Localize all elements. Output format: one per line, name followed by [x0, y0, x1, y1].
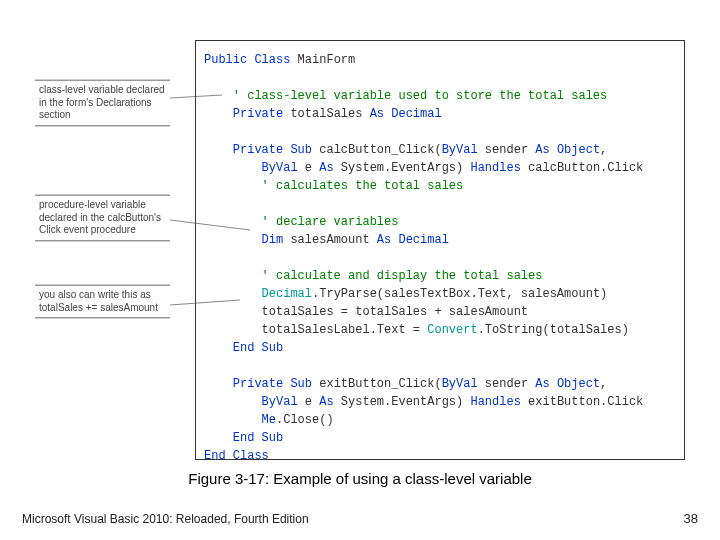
- code-token: exitButton.Click: [521, 395, 643, 409]
- code-token: calcButton.Click: [521, 161, 643, 175]
- code-token: Handles: [470, 395, 520, 409]
- code-token: Dim: [204, 233, 283, 247]
- code-token: System.EventArgs): [334, 161, 471, 175]
- code-token: As: [319, 395, 333, 409]
- code-token: ByVal: [442, 143, 478, 157]
- figure-caption: Figure 3-17: Example of using a class-le…: [0, 470, 720, 487]
- code-token: totalSales = totalSales + salesAmount: [204, 305, 528, 319]
- code-comment: ' declare variables: [204, 215, 398, 229]
- callout-procedure-level: procedure-level variable declared in the…: [35, 195, 170, 241]
- code-token: ByVal: [442, 377, 478, 391]
- code-token: ByVal: [204, 161, 298, 175]
- code-token: totalSalesLabel.Text =: [204, 323, 427, 337]
- code-token: End Sub: [204, 341, 283, 355]
- code-token: MainForm: [290, 53, 355, 67]
- callout-class-level: class-level variable declared in the for…: [35, 80, 170, 126]
- figure-container: class-level variable declared in the for…: [35, 40, 685, 460]
- code-token: .ToString(totalSales): [478, 323, 629, 337]
- code-token: salesAmount: [283, 233, 377, 247]
- code-token: totalSales: [283, 107, 369, 121]
- code-comment: ' calculates the total sales: [204, 179, 463, 193]
- code-token: ,: [600, 143, 607, 157]
- code-comment: ' class-level variable used to store the…: [204, 89, 607, 103]
- code-token: As Object: [535, 143, 600, 157]
- code-token: calcButton_Click(: [312, 143, 442, 157]
- code-token: Convert: [427, 323, 477, 337]
- code-token: Me: [204, 413, 276, 427]
- code-token: Decimal: [204, 287, 312, 301]
- code-token: ByVal: [204, 395, 298, 409]
- code-token: As: [319, 161, 333, 175]
- code-token: .Close(): [276, 413, 334, 427]
- code-token: e: [298, 161, 320, 175]
- code-token: As Decimal: [377, 233, 449, 247]
- code-token: End Class: [204, 449, 269, 463]
- code-token: e: [298, 395, 320, 409]
- code-token: End Sub: [204, 431, 283, 445]
- code-token: Public Class: [204, 53, 290, 67]
- code-token: sender: [478, 377, 536, 391]
- code-token: .TryParse(salesTextBox.Text, salesAmount…: [312, 287, 607, 301]
- code-token: ,: [600, 377, 607, 391]
- code-listing: Public Class MainForm ' class-level vari…: [195, 40, 685, 460]
- code-comment: ' calculate and display the total sales: [204, 269, 542, 283]
- page-number: 38: [684, 511, 698, 526]
- code-token: Private Sub: [204, 143, 312, 157]
- code-token: sender: [478, 143, 536, 157]
- code-token: exitButton_Click(: [312, 377, 442, 391]
- code-token: Private: [204, 107, 283, 121]
- code-token: Handles: [470, 161, 520, 175]
- code-token: As Object: [535, 377, 600, 391]
- code-token: Private Sub: [204, 377, 312, 391]
- code-token: System.EventArgs): [334, 395, 471, 409]
- callout-alt-syntax: you also can write this as totalSales +=…: [35, 285, 170, 318]
- code-token: As Decimal: [370, 107, 442, 121]
- footer-book-title: Microsoft Visual Basic 2010: Reloaded, F…: [22, 512, 309, 526]
